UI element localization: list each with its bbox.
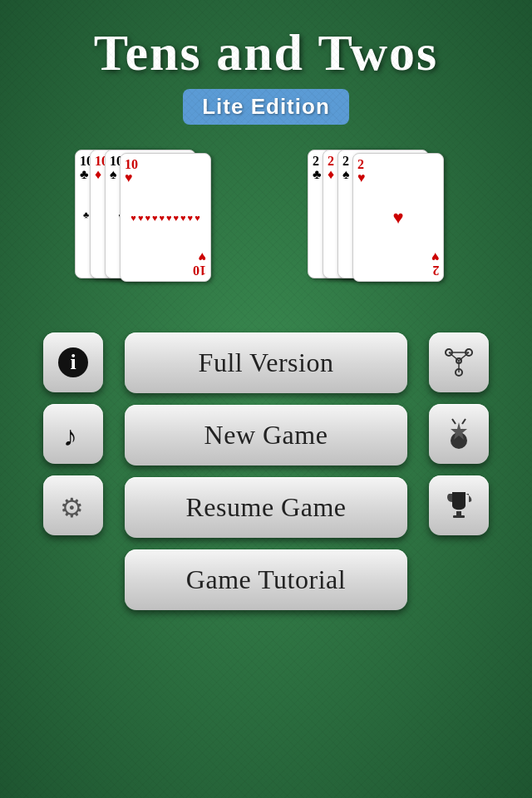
medal-icon <box>442 417 475 451</box>
svg-text:⚙: ⚙ <box>60 493 84 522</box>
right-icon-group <box>429 332 489 535</box>
subtitle-badge: Lite Edition <box>183 89 349 125</box>
settings-button[interactable]: ⚙ <box>43 475 103 535</box>
twos-stack: 2♣ ♣ 2♣ 2♦ ♦ 2♦ 2♠ ♠ 2♠ 2♥ ♥ <box>308 150 457 308</box>
left-icon-group: i ♪ ⚙ <box>43 332 103 535</box>
tens-stack: 10♣ ♣♣♣♣ ♣♣♣♣ ♣♣ 10♣ 10♦ ♦♦♦♦ ♦♦♦♦ ♦♦ 10… <box>75 150 224 308</box>
medal-button[interactable] <box>429 404 489 464</box>
svg-line-14 <box>452 419 456 424</box>
app-title: Tens and Twos <box>0 0 532 82</box>
game-tutorial-button[interactable]: Game Tutorial <box>125 549 407 610</box>
info-button[interactable]: i <box>43 332 103 392</box>
svg-text:♪: ♪ <box>63 420 77 451</box>
cards-area: 10♣ ♣♣♣♣ ♣♣♣♣ ♣♣ 10♣ 10♦ ♦♦♦♦ ♦♦♦♦ ♦♦ 10… <box>0 125 532 316</box>
svg-line-9 <box>459 352 469 361</box>
music-icon: ♪ <box>57 417 90 451</box>
card-10-hearts: 10♥ ♥♥♥♥ ♥♥♥♥ ♥♥ 10♥ <box>120 153 211 282</box>
new-game-button[interactable]: New Game <box>125 405 407 466</box>
network-icon <box>442 346 475 379</box>
trophy-button[interactable] <box>429 475 489 535</box>
card-2-hearts: 2♥ ♥ 2♥ <box>352 153 444 282</box>
svg-rect-17 <box>453 515 465 518</box>
svg-line-8 <box>449 352 459 361</box>
trophy-icon <box>442 489 475 522</box>
network-button[interactable] <box>429 332 489 392</box>
gear-icon: ⚙ <box>57 489 90 522</box>
music-button[interactable]: ♪ <box>43 404 103 464</box>
info-icon: i <box>57 346 90 379</box>
svg-text:i: i <box>70 350 76 374</box>
svg-line-15 <box>462 419 466 424</box>
full-version-button[interactable]: Full Version <box>125 332 407 393</box>
resume-game-button[interactable]: Resume Game <box>125 477 407 538</box>
buttons-area: i ♪ ⚙ Full Version New Game Resume Game … <box>0 332 532 610</box>
svg-rect-16 <box>456 511 461 515</box>
